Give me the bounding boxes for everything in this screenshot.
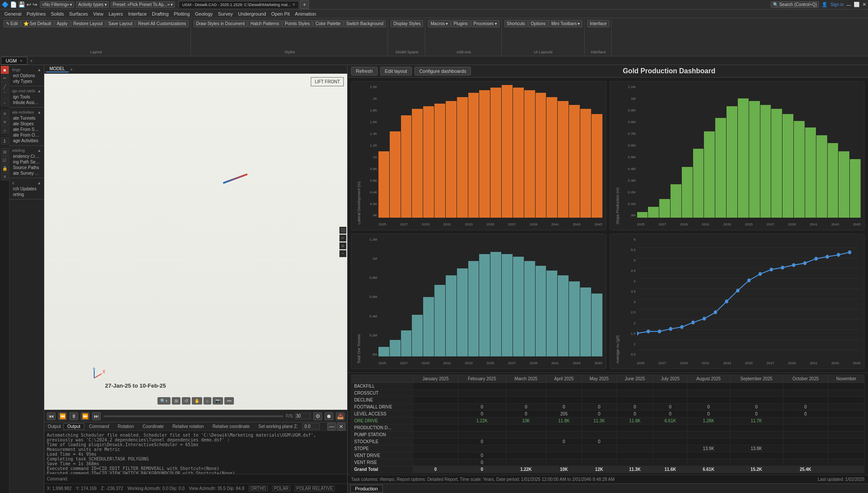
save-icon[interactable]: 💾 [18,1,25,8]
tool-num1[interactable]: 1 [1,137,9,145]
view-tab-close[interactable]: × [20,58,23,63]
maximize-icon[interactable]: ⬜ [854,2,860,7]
main-tab[interactable]: UGM - Deswik.CAD - 2025.1.1529: C:\Deswi… [178,1,299,8]
menu-item-survey[interactable]: Survey [215,10,235,17]
menu-item-geology[interactable]: Geology [192,10,215,17]
shortcuts-btn[interactable]: Shortcuts [504,20,528,27]
menu-item-solids[interactable]: Solids [48,10,66,17]
minimize-icon[interactable]: — [846,2,851,7]
tool-lock[interactable]: 🔒 [1,164,9,172]
save-layout-btn[interactable]: Save Layout [106,20,135,27]
left-item-manage-activities[interactable]: age Activities [10,138,43,144]
undo-icon[interactable]: ↩ [26,1,31,8]
sign-in-link[interactable]: Sign in [830,2,844,7]
output-close-btn[interactable]: ✕ [337,423,345,431]
left-item-create-stopes[interactable]: ate Stopes [10,121,43,127]
refresh-btn[interactable]: Refresh [351,67,378,75]
left-item-reporting[interactable]: orting [10,192,43,197]
options-btn[interactable]: Options [528,20,548,27]
home-btn[interactable]: ⌂ [204,397,211,405]
output-tab-working-plane[interactable]: Set working plane Z: [254,423,302,430]
output-tab-output[interactable]: Output [63,423,84,430]
menu-item-animation[interactable]: Animation [293,10,319,17]
model-tab[interactable]: MODEL [46,66,69,72]
tool-active[interactable]: ■ [1,66,9,74]
menu-item-general[interactable]: General [2,10,24,17]
interface-btn[interactable]: Interface [587,20,609,27]
scheduling-section-title[interactable]: eduling▲ [10,147,43,153]
mini-toolbars-btn[interactable]: Mini Toolbars▾ [549,20,582,27]
color-palette-btn[interactable]: Color Palette [313,20,343,27]
settings-section-title[interactable]: tings▲ [10,67,43,73]
add-model-tab[interactable]: + [69,67,75,72]
tool-circle[interactable]: ○ [1,99,9,107]
activities-section-title[interactable]: ate Activities▲ [10,109,43,115]
vp-icon-2[interactable]: ✏ [339,235,346,242]
vp-icon-4[interactable]: • [339,250,346,257]
switch-bg-btn[interactable]: Switch Background [344,20,386,27]
filter-dropdown[interactable]: «No Filtering»▾ [40,1,74,8]
tool-x1[interactable]: ✕ [1,110,9,118]
edit-layout-dash-btn[interactable]: Edit layout [380,67,412,75]
search-box[interactable]: 🔍 Search (Control+Q) [771,1,819,8]
tool-stairs[interactable]: ⊞ [1,148,9,156]
output-tab-rotation[interactable]: Rotation [114,423,138,430]
anim-pause-btn[interactable]: ⏸ [69,412,78,420]
restore-layout-btn[interactable]: Restore Layout [71,20,105,27]
view-tab-ugm[interactable]: UGM × [1,57,27,65]
anim-settings-btn[interactable]: ⚙ [313,412,322,420]
left-item-create-tunnels[interactable]: ate Tunnels [10,115,43,121]
menu-item-open-pit[interactable]: Open Pit [269,10,293,17]
pan-btn[interactable]: ✋ [192,397,202,405]
preset-dropdown[interactable]: Preset: «Pick Preset To Ap...»▾ [111,1,175,8]
left-item-search-updates[interactable]: rch Updates [10,186,43,192]
output-tab-coordinate[interactable]: Coordinate [138,423,168,430]
macros-btn[interactable]: Macros▾ [428,20,450,27]
set-default-btn[interactable]: ⭐Set Default [21,20,53,27]
anim-first-btn[interactable]: ⏮ [47,412,56,420]
vp-icon-3[interactable]: ⊕ [339,242,346,249]
anim-last-btn[interactable]: ⏭ [92,412,101,420]
anim-prev-btn[interactable]: ⏪ [58,412,67,420]
more-btn[interactable]: ••• [224,397,234,405]
left-item-dependency-creation[interactable]: endency Creation [10,153,43,159]
redo-icon[interactable]: ↪ [33,1,37,8]
processes-btn[interactable]: Processes▾ [471,20,500,27]
anim-progress-slider[interactable] [103,415,283,417]
draw-styles-btn[interactable]: Draw Styles in Document [194,20,247,27]
output-minimize-btn[interactable]: — [327,423,336,431]
output-tab-relative-rotation[interactable]: Relative rotation [168,423,207,430]
reporting-section-title[interactable]: s▲ [10,180,43,186]
rotate-btn[interactable]: ↺ [182,397,191,405]
tool-x2[interactable]: ✕ [1,118,9,126]
activity-dropdown[interactable]: Activity types▾ [76,1,108,8]
configure-dashboards-btn[interactable]: Configure dashboards [414,67,471,75]
left-item-design-tools[interactable]: ign Tools [10,94,43,100]
left-item-object-options[interactable]: ect Options [10,73,43,78]
menu-item-plotting[interactable]: Plotting [171,10,193,17]
command-input[interactable] [71,477,345,481]
mode-relative[interactable]: POLAR RELATIVE [295,486,335,491]
mode-ortho[interactable]: ORTHO [249,486,268,491]
vp-icon-1[interactable]: ⬛ [339,227,346,234]
menu-item-view[interactable]: View [91,10,106,17]
apply-btn[interactable]: Apply [54,20,70,27]
display-styles-btn[interactable]: Display Styles [391,20,423,27]
menu-item-drafting[interactable]: Drafting [149,10,171,17]
working-plane-z-input[interactable] [302,423,320,430]
tool-arc[interactable]: ⌒ [1,91,9,98]
tool-line[interactable]: ╱ [1,82,9,90]
menu-item-surfaces[interactable]: Surfaces [66,10,90,17]
user-icon[interactable]: 👤 [822,2,828,7]
viewport[interactable]: LIFT FRONT X Z 27-Jan-25 to 10-Feb-25 🔍+… [44,74,347,410]
fps-input[interactable] [295,413,311,419]
edit-layout-btn[interactable]: ✎Edit [3,20,20,27]
tool-diamond[interactable]: ◇ [1,126,9,134]
menu-item-layers[interactable]: Layers [106,10,125,17]
anim-record-btn[interactable]: ⏺ [325,412,333,420]
new-icon[interactable]: 📄 [10,1,17,8]
new-tab[interactable]: + [300,0,309,9]
anim-export-btn[interactable]: 📤 [336,412,345,420]
left-item-attribute-assignment[interactable]: tribute Assignment [10,100,43,105]
left-item-path-sequence[interactable]: ing Path Sequenc... [10,159,43,165]
